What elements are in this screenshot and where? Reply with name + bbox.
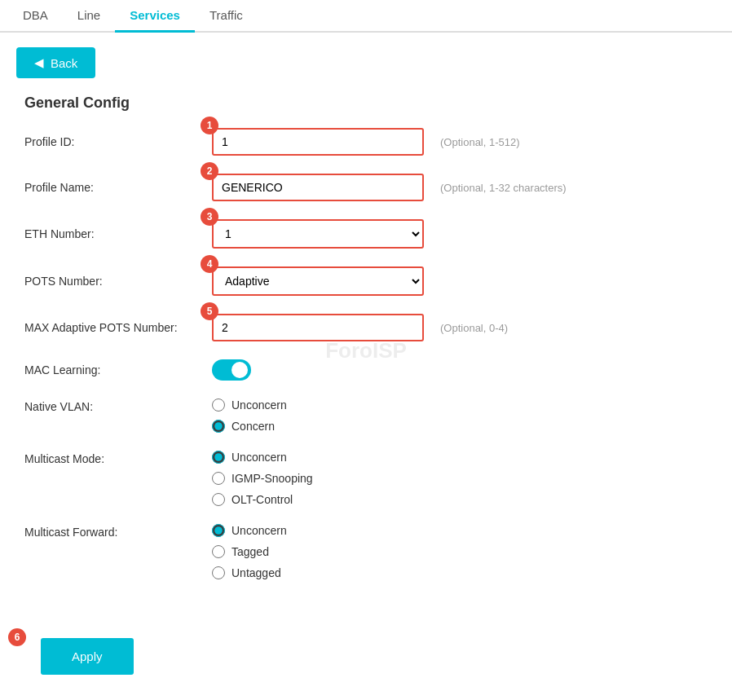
multicast-mode-unconcern-option[interactable]: Unconcern (212, 451, 313, 464)
pots-number-select[interactable]: Adaptive 0 1 2 (212, 266, 424, 296)
multicast-mode-igmp-label: IGMP-Snooping (232, 472, 313, 485)
multicast-forward-row: Multicast Forward: Unconcern Tagged Unta… (24, 524, 708, 579)
max-pots-input[interactable] (212, 314, 424, 341)
native-vlan-concern-radio[interactable] (212, 420, 225, 433)
eth-number-select[interactable]: 1 2 3 4 (212, 219, 424, 249)
profile-name-label: Profile Name: (24, 181, 212, 194)
profile-id-hint: (Optional, 1-512) (440, 136, 520, 148)
multicast-mode-row: Multicast Mode: Unconcern IGMP-Snooping … (24, 451, 708, 506)
multicast-mode-olt-radio[interactable] (212, 493, 225, 506)
tab-dba[interactable]: DBA (8, 0, 63, 33)
form-area: Profile ID: 1 (Optional, 1-512) Profile … (0, 128, 732, 622)
multicast-forward-tagged-label: Tagged (232, 545, 269, 558)
pots-number-wrap: 4 Adaptive 0 1 2 (212, 266, 424, 296)
native-vlan-unconcern-radio[interactable] (212, 398, 225, 412)
mac-learning-toggle-wrap[interactable] (212, 359, 251, 381)
profile-name-input[interactable] (212, 174, 424, 201)
pots-number-label: POTS Number: (24, 275, 212, 288)
tab-bar: DBA Line Services Traffic (0, 0, 732, 33)
step-badge-3: 3 (201, 208, 218, 226)
profile-name-wrap: 2 (Optional, 1-32 characters) (212, 174, 567, 201)
multicast-mode-radio-group: Unconcern IGMP-Snooping OLT-Control (212, 451, 313, 506)
profile-id-input[interactable] (212, 128, 424, 156)
profile-id-label: Profile ID: (24, 135, 212, 148)
native-vlan-unconcern-option[interactable]: Unconcern (212, 398, 287, 412)
multicast-mode-olt-option[interactable]: OLT-Control (212, 493, 313, 506)
tab-services[interactable]: Services (115, 0, 195, 33)
native-vlan-radio-group: Unconcern Concern (212, 398, 287, 433)
step-badge-2: 2 (201, 162, 218, 180)
native-vlan-concern-label: Concern (232, 420, 275, 433)
tab-line[interactable]: Line (63, 0, 115, 33)
native-vlan-concern-option[interactable]: Concern (212, 420, 287, 433)
step-badge-4: 4 (201, 255, 218, 273)
back-arrow-icon: ◀ (34, 55, 44, 70)
multicast-forward-radio-group: Unconcern Tagged Untagged (212, 524, 287, 579)
multicast-forward-tagged-radio[interactable] (212, 545, 225, 558)
multicast-forward-unconcern-label: Unconcern (232, 524, 287, 537)
multicast-forward-unconcern-option[interactable]: Unconcern (212, 524, 287, 537)
profile-id-wrap: 1 (Optional, 1-512) (212, 128, 520, 156)
multicast-mode-igmp-option[interactable]: IGMP-Snooping (212, 472, 313, 485)
multicast-forward-tagged-option[interactable]: Tagged (212, 545, 287, 558)
mac-learning-row: MAC Learning: (24, 359, 708, 381)
mac-learning-label: MAC Learning: (24, 363, 212, 376)
multicast-forward-label: Multicast Forward: (24, 524, 212, 579)
multicast-mode-unconcern-radio[interactable] (212, 451, 225, 464)
multicast-mode-igmp-radio[interactable] (212, 472, 225, 485)
profile-name-row: Profile Name: 2 (Optional, 1-32 characte… (24, 174, 708, 201)
apply-button[interactable]: Apply (41, 638, 134, 675)
pots-number-row: POTS Number: 4 Adaptive 0 1 2 (24, 266, 708, 296)
section-title: General Config (0, 86, 732, 128)
apply-section: 6 Apply ForoISP (0, 622, 732, 699)
step-badge-1: 1 (201, 117, 218, 134)
eth-number-label: ETH Number: (24, 227, 212, 240)
step-badge-6: 6 (8, 628, 26, 646)
step-badge-5: 5 (201, 302, 218, 320)
native-vlan-label: Native VLAN: (24, 398, 212, 433)
back-label: Back (51, 56, 77, 70)
tab-traffic[interactable]: Traffic (195, 0, 258, 33)
profile-name-hint: (Optional, 1-32 characters) (440, 182, 567, 194)
eth-number-row: ETH Number: 3 1 2 3 4 (24, 219, 708, 249)
multicast-forward-untagged-label: Untagged (232, 566, 281, 579)
multicast-forward-untagged-option[interactable]: Untagged (212, 566, 287, 579)
back-btn-container: ◀ Back (0, 33, 732, 86)
multicast-mode-label: Multicast Mode: (24, 451, 212, 506)
multicast-mode-olt-label: OLT-Control (232, 493, 293, 506)
eth-number-wrap: 3 1 2 3 4 (212, 219, 424, 249)
profile-id-row: Profile ID: 1 (Optional, 1-512) (24, 128, 708, 156)
multicast-forward-untagged-radio[interactable] (212, 566, 225, 579)
multicast-forward-unconcern-radio[interactable] (212, 524, 225, 537)
back-button[interactable]: ◀ Back (16, 47, 95, 78)
max-pots-hint: (Optional, 0-4) (440, 322, 508, 334)
multicast-mode-unconcern-label: Unconcern (232, 451, 287, 464)
max-pots-wrap: 5 (Optional, 0-4) (212, 314, 508, 341)
max-pots-row: MAX Adaptive POTS Number: 5 (Optional, 0… (24, 314, 708, 341)
mac-learning-toggle[interactable] (212, 359, 251, 381)
native-vlan-row: Native VLAN: Unconcern Concern (24, 398, 708, 433)
native-vlan-unconcern-label: Unconcern (232, 398, 287, 412)
toggle-slider (212, 359, 251, 381)
max-pots-label: MAX Adaptive POTS Number: (24, 321, 212, 334)
